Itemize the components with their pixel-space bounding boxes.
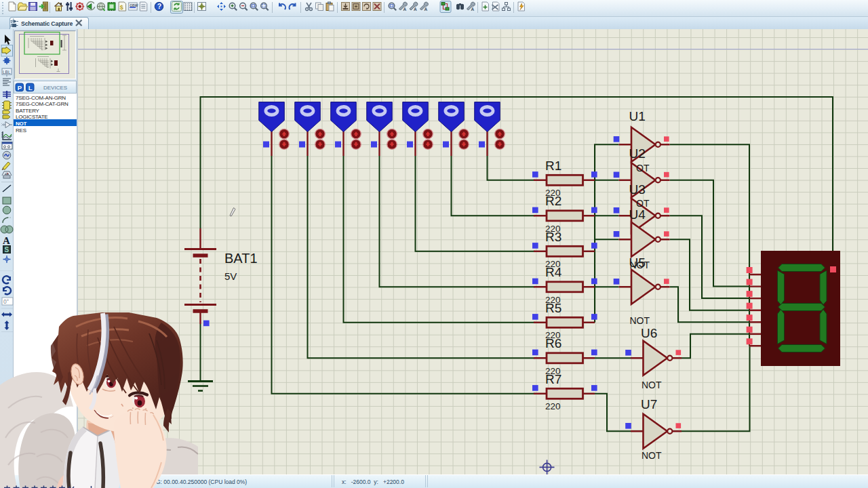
- svg-text:R7: R7: [545, 372, 561, 386]
- svg-text:BAT1: BAT1: [224, 251, 258, 266]
- svg-text:S: S: [5, 246, 9, 253]
- svg-text:R5: R5: [545, 301, 561, 315]
- svg-text:A: A: [3, 235, 10, 246]
- svg-text:NOT: NOT: [630, 315, 650, 326]
- svg-text:A: A: [414, 7, 417, 12]
- svg-text:R1: R1: [545, 159, 561, 173]
- svg-text:L: L: [28, 84, 33, 92]
- svg-text:R3: R3: [545, 230, 561, 244]
- svg-text:R6: R6: [545, 336, 561, 350]
- svg-text:220: 220: [545, 401, 561, 411]
- svg-text:$: $: [120, 4, 123, 11]
- svg-text:U1: U1: [629, 109, 646, 123]
- svg-text:NOT: NOT: [630, 260, 650, 270]
- svg-text:GBW: GBW: [130, 3, 138, 7]
- svg-text:R4: R4: [545, 265, 562, 279]
- svg-text:5V: 5V: [224, 270, 237, 282]
- svg-text:R2: R2: [545, 194, 561, 208]
- svg-text:U6: U6: [641, 326, 657, 340]
- svg-text:OT: OT: [636, 163, 650, 174]
- svg-text:U2: U2: [629, 146, 646, 161]
- svg-text:OT: OT: [636, 198, 650, 209]
- svg-text:NOT: NOT: [642, 450, 662, 461]
- svg-text:DEVICES: DEVICES: [43, 85, 67, 91]
- svg-text:U3: U3: [629, 182, 646, 197]
- svg-text:U7: U7: [641, 397, 657, 411]
- svg-text:P: P: [18, 84, 22, 92]
- svg-text:U4: U4: [629, 207, 646, 222]
- svg-text:?: ?: [157, 2, 161, 10]
- svg-text:NOT: NOT: [642, 380, 662, 390]
- svg-text:A: A: [471, 7, 475, 12]
- svg-text:A: A: [425, 7, 428, 12]
- svg-text:A: A: [403, 7, 407, 12]
